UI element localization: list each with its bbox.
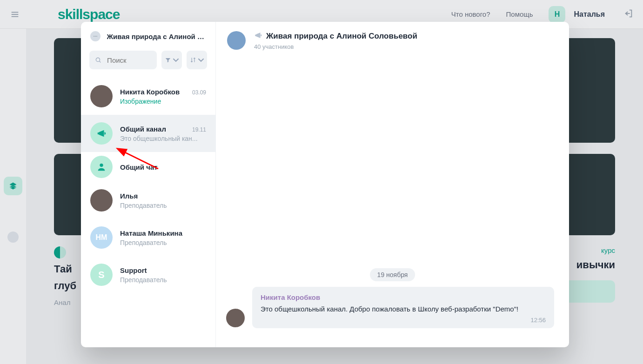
chat-preview: Преподаватель: [120, 276, 206, 284]
chat-name: Support: [120, 266, 147, 274]
svg-point-4: [94, 36, 94, 37]
chat-list-item[interactable]: Общий канал19.11Это общешкольный кан...: [81, 115, 215, 152]
search-input[interactable]: [107, 56, 151, 64]
filter-button[interactable]: [161, 51, 182, 69]
chat-list: Никита Коробков03.09ИзображениеОбщий кан…: [81, 78, 215, 293]
chat-modal: Живая природа с Алиной С... Никита Короб…: [81, 22, 569, 347]
chat-preview: Изображение: [120, 98, 206, 105]
filter-icon: [165, 57, 171, 63]
chat-name: Илья: [120, 192, 138, 200]
date-pill: 19 ноября: [370, 268, 415, 281]
channel-avatar[interactable]: [227, 31, 246, 50]
chat-name: Никита Коробков: [120, 88, 180, 96]
chat-list-item[interactable]: Никита Коробков03.09Изображение: [81, 78, 215, 115]
chat-name: Общий чат: [120, 163, 158, 171]
chat-avatar: [90, 189, 113, 212]
chat-header: Живая природа с Алиной Соловьевой 40 уча…: [216, 22, 569, 59]
svg-point-9: [100, 164, 103, 167]
chat-name: Наташа Минькина: [120, 229, 182, 237]
sidebar-header[interactable]: Живая природа с Алиной С...: [81, 22, 215, 51]
chevron-down-icon: [198, 57, 204, 63]
sort-button[interactable]: [187, 51, 207, 69]
chat-main: Живая природа с Алиной Соловьевой 40 уча…: [216, 22, 569, 347]
chat-avatar: [90, 156, 113, 178]
search-icon: [95, 56, 101, 64]
message-text: Это общешкольный канал. Добро пожаловать…: [261, 304, 546, 314]
svg-line-8: [99, 61, 100, 62]
chat-date: 19.11: [192, 126, 206, 133]
chat-preview: Это общешкольный кан...: [120, 135, 206, 142]
chevron-down-icon: [173, 57, 179, 63]
chat-avatar: [90, 85, 113, 107]
participants-count: 40 участников: [254, 43, 417, 50]
message-bubble[interactable]: Никита Коробков Это общешкольный канал. …: [252, 287, 554, 328]
chat-avatar: НМ: [90, 226, 113, 249]
sort-icon: [190, 57, 196, 63]
messages-area[interactable]: 19 ноября Никита Коробков Это общешкольн…: [216, 59, 569, 347]
search-row: [81, 51, 215, 78]
chat-preview: Преподаватель: [120, 239, 206, 246]
chat-list-item[interactable]: ИльяПреподаватель: [81, 182, 215, 219]
message-avatar[interactable]: [226, 309, 245, 327]
svg-point-6: [96, 36, 97, 37]
message-row: Никита Коробков Это общешкольный канал. …: [226, 287, 554, 328]
chat-sidebar: Живая природа с Алиной С... Никита Короб…: [81, 22, 216, 347]
svg-point-5: [95, 36, 96, 37]
message-author: Никита Коробков: [261, 293, 546, 301]
chat-list-item[interactable]: Общий чат: [81, 152, 215, 182]
svg-point-7: [96, 58, 100, 61]
search-input-wrap[interactable]: [89, 51, 157, 69]
chat-avatar: S: [90, 264, 113, 286]
chat-name: Общий канал: [120, 125, 166, 133]
chat-preview: Преподаватель: [120, 202, 206, 209]
megaphone-icon: [254, 31, 262, 41]
chat-avatar: [90, 122, 113, 145]
message-time: 12:56: [261, 317, 546, 324]
sidebar-title: Живая природа с Алиной С...: [107, 33, 206, 40]
channel-title: Живая природа с Алиной Соловьевой: [266, 32, 417, 41]
back-icon[interactable]: [90, 31, 100, 41]
chat-list-item[interactable]: НМНаташа МинькинаПреподаватель: [81, 219, 215, 256]
chat-date: 03.09: [192, 89, 206, 96]
chat-list-item[interactable]: SSupportПреподаватель: [81, 256, 215, 293]
